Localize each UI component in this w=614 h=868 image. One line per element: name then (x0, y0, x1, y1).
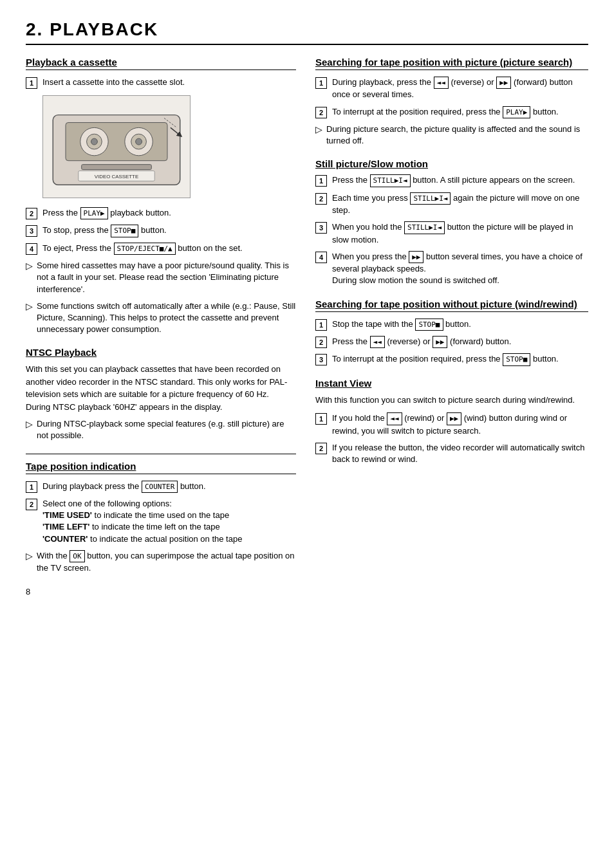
fwd-btn-wr: ▶▶ (433, 336, 447, 348)
iv-step-num-2: 2 (315, 443, 327, 454)
page-number: 8 (26, 587, 296, 596)
stop-btn-wr-2: STOP■ (503, 353, 530, 365)
wr-step-1: 1 Stop the tape with the STOP■ button. (315, 319, 588, 331)
ff-button-label: ▶▶ (409, 251, 423, 263)
time-used-option: 'TIME USED' (42, 510, 92, 520)
step-4-text: To eject, Press the STOP/EJECT■/▲ button… (42, 243, 296, 255)
note-2: ▷ Some functions switch off automaticall… (26, 300, 296, 336)
section-still-picture-title: Still picture/Slow motion (315, 158, 588, 169)
svg-point-7 (136, 138, 142, 145)
wr-step-num-2: 2 (315, 337, 327, 348)
section-still-picture: Still picture/Slow motion 1 Press the ST… (315, 158, 588, 286)
wr-step-num-1: 1 (315, 319, 327, 331)
iv-step-2-text: If you release the button, the video rec… (332, 442, 588, 465)
ps-note: ▷ During picture search, the picture qua… (315, 124, 588, 147)
step-3: 3 To stop, press the STOP■ button. (26, 225, 296, 237)
svg-rect-8 (82, 165, 152, 170)
section-tape-position-title: Tape position indication (26, 461, 296, 474)
wr-step-1-text: Stop the tape with the STOP■ button. (332, 319, 588, 331)
wr-step-2-text: Press the ◄◄ (reverse) or ▶▶ (forward) b… (332, 336, 588, 348)
still-step-4: 4 When you press the ▶▶ button several t… (315, 251, 588, 287)
ps-step-2-text: To interrupt at the position required, p… (332, 106, 588, 118)
stop-button-label: STOP■ (111, 225, 138, 237)
iv-step-2: 2 If you release the button, the video r… (315, 442, 588, 465)
tape-step-2-text: Select one of the following options: 'TI… (42, 498, 296, 545)
main-title: 2. PLAYBACK (26, 19, 588, 45)
still-step-2: 2 Each time you press STILL▶I◄ again the… (315, 192, 588, 217)
step-4: 4 To eject, Press the STOP/EJECT■/▲ butt… (26, 243, 296, 255)
left-column: Playback a cassette 1 Insert a cassette … (26, 57, 296, 596)
instant-view-body: With this function you can switch to pic… (315, 394, 588, 407)
ps-step-1: 1 During playback, press the ◄◄ (reverse… (315, 77, 588, 101)
tape-note-text: With the OK button, you can superimpose … (37, 550, 296, 575)
still-step-num-3: 3 (315, 222, 327, 234)
svg-point-4 (91, 138, 98, 145)
play-button-label: PLAY▶ (80, 207, 108, 219)
wr-step-3-text: To interrupt at the position required, p… (332, 353, 588, 365)
step-num-1: 1 (26, 77, 37, 89)
section-wind-rewind: Searching for tape position without pict… (315, 299, 588, 366)
note-arrow-icon-4: ▷ (26, 551, 33, 561)
section-instant-view: Instant View With this function you can … (315, 378, 588, 465)
still-step-3-text: When you hold the STILL▶I◄ button the pi… (332, 221, 588, 246)
still-step-3: 3 When you hold the STILL▶I◄ button the … (315, 221, 588, 246)
wr-step-3: 3 To interrupt at the position required,… (315, 353, 588, 365)
ps-step-num-1: 1 (315, 77, 327, 89)
step-1: 1 Insert a cassette into the cassette sl… (26, 77, 296, 89)
still-step-2-text: Each time you press STILL▶I◄ again the p… (332, 192, 588, 217)
still-step-1: 1 Press the STILL▶I◄ button. A still pic… (315, 174, 588, 187)
ps-note-text: During picture search, the picture quali… (326, 124, 588, 147)
still-step-num-4: 4 (315, 252, 327, 263)
step-1-text: Insert a cassette into the cassette slot… (42, 77, 296, 88)
ps-step-num-2: 2 (315, 107, 327, 118)
tape-step-1: 1 During playback press the COUNTER butt… (26, 481, 296, 493)
rev-btn-wr: ◄◄ (370, 336, 385, 348)
rev-btn-iv: ◄◄ (387, 412, 402, 425)
ntsc-note: ▷ During NTSC-playback some special feat… (26, 418, 296, 441)
ok-button-label: OK (70, 550, 84, 562)
reverse-button-label: ◄◄ (434, 77, 449, 89)
note-arrow-icon-1: ▷ (26, 261, 33, 271)
section-playback-cassette: Playback a cassette 1 Insert a cassette … (26, 57, 296, 335)
still-step-1-text: Press the STILL▶I◄ button. A still pictu… (332, 174, 588, 187)
section-ntsc: NTSC Playback With this set you can play… (26, 347, 296, 441)
step-2: 2 Press the PLAY▶ playback button. (26, 207, 296, 219)
fwd-btn-iv: ▶▶ (447, 412, 461, 425)
counter-button-label: COUNTER (142, 481, 178, 493)
step-3-text: To stop, press the STOP■ button. (42, 225, 296, 237)
cassette-image: VIDEO CASSETTE (42, 95, 191, 198)
iv-step-1: 1 If you hold the ◄◄ (rewind) or ▶▶ (win… (315, 412, 588, 437)
time-left-option: 'TIME LEFT' (42, 522, 89, 531)
step-2-text: Press the PLAY▶ playback button. (42, 207, 296, 219)
still-step-num-1: 1 (315, 175, 327, 187)
section-wind-rewind-title: Searching for tape position without pict… (315, 299, 588, 312)
tape-step-num-2: 2 (26, 499, 37, 510)
counter-option: 'COUNTER' (42, 534, 88, 544)
wr-step-num-3: 3 (315, 354, 327, 365)
section-tape-position: Tape position indication 1 During playba… (26, 454, 296, 575)
still-button-label-1: STILL▶I◄ (370, 174, 411, 187)
step-num-2: 2 (26, 208, 37, 219)
forward-button-label: ▶▶ (496, 77, 511, 89)
step-num-4: 4 (26, 243, 37, 255)
stop-btn-wr: STOP■ (415, 319, 443, 331)
tape-step-num-1: 1 (26, 481, 37, 493)
stop-eject-button-label: STOP/EJECT■/▲ (114, 243, 176, 255)
note-2-text: Some functions switch off automatically … (37, 300, 296, 336)
svg-text:VIDEO CASSETTE: VIDEO CASSETTE (95, 174, 138, 180)
iv-step-1-text: If you hold the ◄◄ (rewind) or ▶▶ (wind)… (332, 412, 588, 437)
section-picture-search-title: Searching for tape position with picture… (315, 57, 588, 70)
section-picture-search: Searching for tape position with picture… (315, 57, 588, 147)
wr-step-2: 2 Press the ◄◄ (reverse) or ▶▶ (forward)… (315, 336, 588, 348)
note-1: ▷ Some hired cassettes may have a poor p… (26, 260, 296, 295)
ntsc-note-text: During NTSC-playback some special featur… (37, 418, 296, 441)
section-instant-view-title: Instant View (315, 378, 588, 389)
tape-step-2: 2 Select one of the following options: '… (26, 498, 296, 545)
tape-step-1-text: During playback press the COUNTER button… (42, 481, 296, 493)
note-arrow-icon-3: ▷ (26, 419, 33, 429)
ps-step-2: 2 To interrupt at the position required,… (315, 106, 588, 118)
iv-step-num-1: 1 (315, 413, 327, 425)
still-step-num-2: 2 (315, 193, 327, 205)
play-btn-ps: PLAY▶ (503, 106, 530, 118)
step-num-3: 3 (26, 225, 37, 237)
